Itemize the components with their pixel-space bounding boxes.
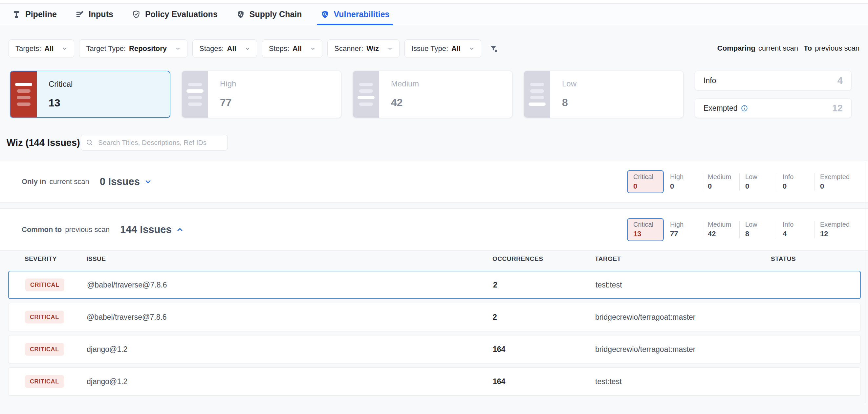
filter-steps[interactable]: Steps:All	[262, 39, 323, 58]
tab-policy-evaluations[interactable]: Policy Evaluations	[132, 4, 218, 25]
filter-stages[interactable]: Stages:All	[192, 39, 257, 58]
chip-high[interactable]: High 77	[664, 221, 702, 238]
chip-value: 0	[820, 182, 851, 190]
filter-value: All	[227, 45, 236, 53]
target-cell: bridgecrewio/terragoat:master	[595, 313, 696, 322]
section-scan-name: current scan	[50, 177, 89, 186]
info-card[interactable]: Info 4	[695, 71, 851, 90]
issues-table-body: CRITICAL @babel/traverse@7.8.6 2 test:te…	[8, 271, 861, 400]
col-status: STATUS	[771, 255, 796, 263]
occurrences-cell: 164	[493, 345, 505, 354]
table-row[interactable]: CRITICAL django@1.2 164 test:test	[8, 367, 861, 395]
filter-value: All	[44, 45, 54, 53]
filter-value: Repository	[129, 45, 167, 53]
chip-critical[interactable]: Critical 0	[627, 170, 664, 193]
tab-label: Inputs	[89, 9, 113, 19]
occurrences-cell: 2	[493, 313, 497, 322]
info-card-count: 4	[837, 75, 843, 86]
search-input[interactable]	[97, 138, 223, 147]
table-row[interactable]: CRITICAL django@1.2 164 bridgecrewio/ter…	[8, 335, 861, 363]
chip-value: 0	[670, 182, 702, 190]
exempted-card[interactable]: Exempted 12	[695, 98, 851, 118]
chip-label: High	[670, 221, 702, 228]
severity-bars-icon	[10, 71, 37, 117]
comparing-to: To	[804, 44, 812, 53]
chip-value: 13	[633, 230, 663, 238]
filter-scanner[interactable]: Scanner:Wiz	[327, 39, 400, 58]
col-issue: ISSUE	[86, 255, 106, 263]
chip-label: Critical	[633, 221, 663, 228]
severity-chip-group: Critical 0 High 0 Medium 0 Low 0 Info 0 …	[627, 170, 851, 193]
severity-card-count: 77	[220, 97, 236, 109]
filter-label: Targets:	[16, 45, 41, 53]
chip-label: Info	[783, 221, 814, 228]
chip-label: Low	[745, 173, 777, 181]
severity-card-label: Critical	[49, 80, 72, 89]
severity-card-critical[interactable]: Critical 13	[10, 71, 170, 118]
section-common-previous-scan: Common to previous scan 144 Issues Criti…	[0, 208, 868, 251]
table-row[interactable]: CRITICAL @babel/traverse@7.8.6 2 bridgec…	[8, 303, 861, 331]
chip-info[interactable]: Info 0	[777, 173, 814, 190]
shield-check-icon	[132, 10, 141, 19]
comparing-previous: previous scan	[815, 44, 860, 53]
severity-bars-icon	[353, 71, 379, 118]
section-issues-toggle[interactable]: 144 Issues	[120, 224, 184, 236]
chip-label: Low	[745, 221, 777, 228]
chip-low[interactable]: Low 8	[739, 221, 777, 238]
chip-label: Medium	[708, 221, 739, 228]
occurrences-cell: 2	[493, 280, 497, 290]
scrollbar-track[interactable]	[865, 162, 865, 403]
vulnerabilities-page: Pipeline Inputs Policy Evaluations Suppl…	[0, 0, 868, 414]
chip-medium[interactable]: Medium 42	[702, 221, 739, 238]
filter-targets[interactable]: Targets:All	[8, 39, 74, 58]
tab-vulnerabilities[interactable]: Vulnerabilities	[320, 4, 390, 25]
tab-supply-chain[interactable]: Supply Chain	[236, 4, 302, 25]
filter-value: Wiz	[366, 45, 379, 53]
top-strip	[0, 0, 868, 3]
filter-target-type[interactable]: Target Type:Repository	[79, 39, 187, 58]
severity-card-high[interactable]: High 77	[182, 71, 341, 118]
shield-search-icon	[320, 10, 330, 19]
filter-issue-type[interactable]: Issue Type:All	[404, 39, 481, 58]
chevron-up-icon[interactable]	[176, 226, 184, 233]
exempted-card-count: 12	[832, 103, 843, 114]
filter-label: Steps:	[269, 45, 289, 53]
table-row[interactable]: CRITICAL @babel/traverse@7.8.6 2 test:te…	[8, 271, 861, 299]
info-circle-icon[interactable]	[741, 105, 748, 112]
chip-low[interactable]: Low 0	[739, 173, 777, 190]
chip-exempted[interactable]: Exempted 12	[814, 221, 851, 238]
inputs-icon	[75, 10, 84, 19]
comparing-label: Comparing current scan To previous scan	[717, 39, 860, 57]
target-cell: bridgecrewio/terragoat:master	[595, 345, 696, 354]
chip-high[interactable]: High 0	[664, 173, 702, 190]
chip-label: Exempted	[820, 173, 851, 181]
chip-info[interactable]: Info 4	[777, 221, 814, 238]
severity-bars-icon	[524, 71, 550, 118]
chip-medium[interactable]: Medium 0	[702, 173, 739, 190]
occurrences-cell: 164	[493, 377, 505, 386]
comparing-current: current scan	[758, 44, 798, 53]
tab-label: Policy Evaluations	[145, 9, 218, 19]
severity-card-low[interactable]: Low 8	[524, 71, 683, 118]
severity-card-medium[interactable]: Medium 42	[352, 71, 513, 118]
section-prefix: Common to	[22, 226, 62, 234]
chip-label: Medium	[708, 173, 739, 181]
tab-pipeline[interactable]: Pipeline	[12, 4, 57, 25]
table-header: SEVERITY ISSUE OCCURRENCES TARGET STATUS	[0, 255, 868, 265]
col-target: TARGET	[595, 255, 621, 263]
tab-inputs[interactable]: Inputs	[75, 4, 113, 25]
col-severity: SEVERITY	[25, 255, 57, 263]
chip-exempted[interactable]: Exempted 0	[814, 173, 851, 190]
section-issues-count: 0 Issues	[100, 176, 140, 187]
exempted-card-label: Exempted	[704, 104, 738, 113]
clear-filters-icon[interactable]	[489, 44, 499, 54]
filter-value: All	[292, 45, 302, 53]
section-issues-toggle[interactable]: 0 Issues	[100, 176, 152, 187]
severity-cards-row: Critical 13 High 77 Medium 42	[10, 71, 851, 118]
chevron-down-icon[interactable]	[145, 178, 152, 185]
chip-value: 0	[783, 182, 814, 190]
chip-critical[interactable]: Critical 13	[627, 218, 664, 241]
severity-chip-group: Critical 13 High 77 Medium 42 Low 8 Info…	[627, 218, 851, 241]
comparing-bold: Comparing	[717, 44, 755, 53]
chip-value: 0	[745, 182, 777, 190]
